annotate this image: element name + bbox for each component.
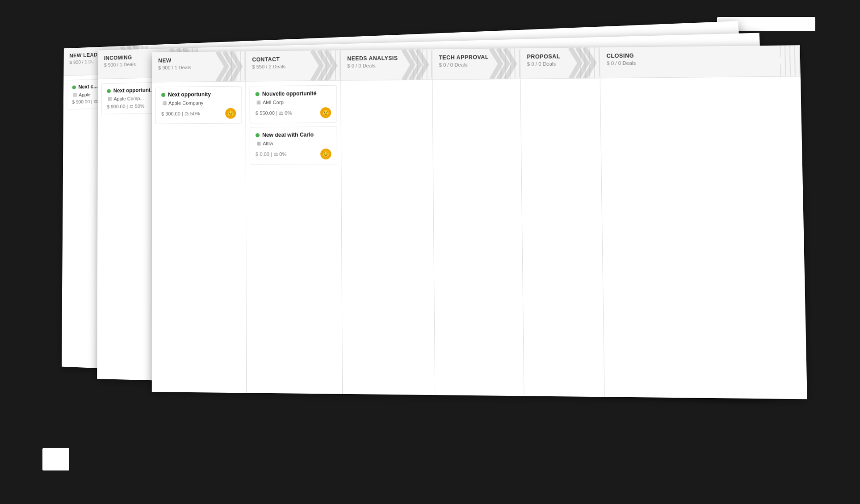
deal-title-text: Nouvelle opportunité [262,90,317,97]
building-icon: ▦ [256,140,261,146]
deal-title-text: New deal with Carlo [262,132,314,139]
deal-company-text: Apple [79,92,90,97]
deal-dot [256,92,260,96]
deal-company-text: Apple Comp... [114,96,144,101]
col-subtitle-contact: $ 550 / 2 Deals [252,63,334,70]
deal-company-text: Apple Company [168,100,203,106]
deal-company-text: Altra [263,141,273,146]
building-icon: ▦ [162,100,167,106]
building-icon: ▦ [108,96,112,102]
kanban-col-needs-analysis: NEEDS ANALYSIS $ 0 / 0 Deals [341,49,436,395]
deal-dot [256,133,260,137]
col-subtitle-new: $ 900 / 1 Deals [158,64,239,71]
deal-title-text: Next opportunity [168,91,211,98]
col-subtitle-closing: $ 0 / 0 Deals [607,59,793,66]
deal-dot [107,89,111,93]
deal-card-contact-2[interactable]: New deal with Carlo ▦ Altra $ 0.00 | ⚖ 0… [250,126,337,164]
deal-avatar: 😟 [320,107,331,118]
col-title-closing: CLOSING [607,51,793,59]
deal-dot [72,85,76,89]
deal-company-text: AMI Corp [263,99,284,105]
deal-amount: $ 900.00 | ⚖ 50% [161,111,200,117]
deal-amount: $ 900.00 | ⚖ 50% [107,104,144,110]
col-subtitle-proposal: $ 0 / 0 Deals [527,61,593,67]
kanban-col-tech-approval: TECH APPROVAL $ 0 / 0 Deals [432,48,524,396]
col-title-new: NEW [158,57,239,64]
col-subtitle-needs-analysis: $ 0 / 0 Deals [347,63,425,69]
deal-amount: $ 550.00 | ⚖ 0% [256,110,292,116]
col-title-needs-analysis: NEEDS ANALYSIS [347,55,425,62]
small-white-card [42,448,69,470]
scene: NEW LEAD $ 900 / 1 D... [0,0,860,504]
deal-card-new-1[interactable]: Next opportunity ▦ Apple Company $ 900.0… [155,86,242,124]
kanban-board: NEW $ 900 / 1 Deals Next o [152,45,807,399]
deal-dot [161,92,165,97]
col-title-proposal: PROPOSAL [527,53,593,60]
col-title-tech-approval: TECH APPROVAL [439,54,513,61]
building-icon: ▦ [256,99,261,105]
deal-avatar: 😟 [320,149,331,160]
deal-amount: $ 0.00 | ⚖ 0% [256,151,286,157]
deal-title-text: Next opportuni... [113,87,155,94]
kanban-col-closing: CLOSING $ 0 / 0 Deals [600,45,807,399]
building-icon: ▦ [73,92,77,97]
deal-title-text: Next c... [78,84,97,90]
kanban-card-front: NEW $ 900 / 1 Deals Next o [152,45,807,399]
deal-card-contact-1[interactable]: Nouvelle opportunité ▦ AMI Corp $ 550.00… [249,85,337,124]
col-subtitle-tech-approval: $ 0 / 0 Deals [439,62,513,68]
kanban-col-new: NEW $ 900 / 1 Deals Next o [152,51,247,393]
col-title-contact: CONTACT [252,56,334,63]
deal-avatar: 😟 [225,108,236,119]
kanban-col-contact: CONTACT $ 550 / 2 Deals No [246,50,343,394]
kanban-col-proposal: PROPOSAL $ 0 / 0 Deals [520,47,605,397]
